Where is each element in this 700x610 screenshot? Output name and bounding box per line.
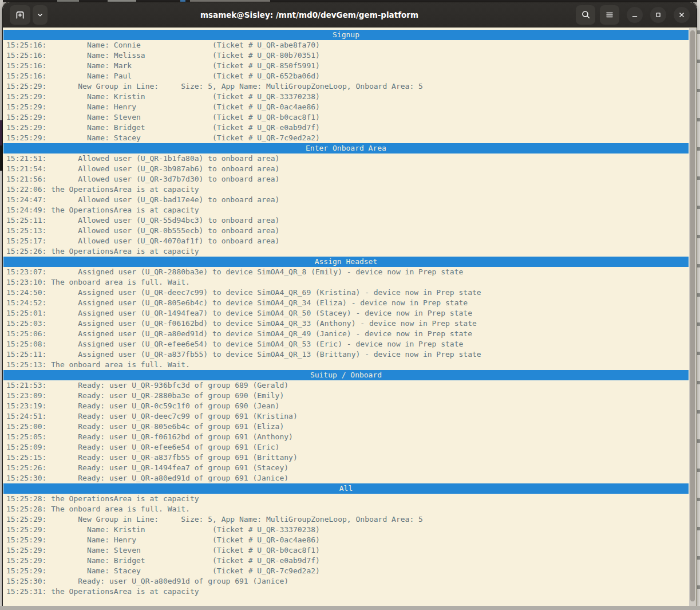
log-line: 15:21:53: Ready: user U_QR-936bfc3d of g… <box>3 380 697 391</box>
new-tab-icon <box>15 10 25 20</box>
titlebar-left-controls <box>10 5 48 25</box>
section-header: Enter Onboard Area <box>3 143 689 154</box>
terminal-window: msamek@Sisley: /mnt/md0/devGem/gem-platf… <box>3 2 697 606</box>
log-line: 15:25:09: Ready: user U_QR-efee6e54 of g… <box>3 442 697 452</box>
log-line: 15:25:08: Assigned user (U_QR-efee6e54) … <box>3 339 697 349</box>
menu-button[interactable] <box>600 5 619 25</box>
background-window-fragment <box>57 0 79 2</box>
hamburger-menu-icon <box>605 10 614 19</box>
close-icon <box>678 11 686 19</box>
log-line: 15:25:29: Name: Kristin (Ticket # U_QR-3… <box>3 525 697 535</box>
titlebar[interactable]: msamek@Sisley: /mnt/md0/devGem/gem-platf… <box>3 2 697 27</box>
log-line: 15:25:29: Name: Kristin (Ticket # U_QR-3… <box>3 92 697 102</box>
log-line: 15:23:07: Assigned user (U_QR-2880ba3e) … <box>3 267 697 277</box>
section-header: Assign Headset <box>3 257 689 267</box>
log-line: 15:25:00: Ready: user U_QR-805e6b4c of g… <box>3 422 697 432</box>
log-line: 15:21:51: Allowed user (U_QR-1b1fa80a) t… <box>3 154 697 164</box>
log-line: 15:25:28: The onboard area is full. Wait… <box>3 504 697 514</box>
log-line: 15:25:28: the OperationsArea is at capac… <box>3 494 697 504</box>
log-line: 15:25:29: Name: Henry (Ticket # U_QR-0ac… <box>3 535 697 545</box>
scrollbar[interactable] <box>689 28 696 606</box>
terminal-body[interactable]: Signup15:25:16: Name: Connie (Ticket # U… <box>3 27 697 606</box>
log-line: 15:25:29: New Group in Line: Size: 5, Ap… <box>3 514 697 525</box>
log-line: 15:23:19: Ready: user U_QR-0c59c1f0 of g… <box>3 401 697 411</box>
log-line: 15:21:54: Allowed user (U_QR-3b987ab6) t… <box>3 164 697 174</box>
log-line: 15:22:06: the OperationsArea is at capac… <box>3 184 697 195</box>
log-line: 15:24:51: Ready: user U_QR-deec7c99 of g… <box>3 411 697 422</box>
background-window-fragment <box>190 0 270 2</box>
log-line: 15:25:16: Name: Mark (Ticket # U_QR-850f… <box>3 61 697 71</box>
log-line: 15:25:16: Name: Paul (Ticket # U_QR-652b… <box>3 71 697 81</box>
log-line: 15:25:15: Ready: user U_QR-a837fb55 of g… <box>3 452 697 463</box>
log-line: 15:23:09: Ready: user U_QR-2880ba3e of g… <box>3 391 697 401</box>
log-line: 15:25:06: Assigned user (U_QR-a80ed91d) … <box>3 329 697 339</box>
log-line: 15:25:29: Name: Stacey (Ticket # U_QR-7c… <box>3 133 697 143</box>
log-line: 15:25:31: the OperationsArea is at capac… <box>3 587 697 597</box>
log-line: 15:25:11: Assigned user (U_QR-a837fb55) … <box>3 349 697 360</box>
background-window-right-sliver <box>697 0 700 610</box>
new-tab-chevron-button[interactable] <box>33 5 48 25</box>
log-line: 15:24:49: the OperationsArea is at capac… <box>3 205 697 215</box>
maximize-icon <box>654 11 662 19</box>
section-header: All <box>3 483 689 494</box>
chevron-down-icon <box>36 11 44 19</box>
new-tab-button[interactable] <box>10 5 30 25</box>
log-line: 15:25:13: The onboard area is full. Wait… <box>3 360 697 370</box>
log-line: 15:25:13: Allowed user (U_QR-0b555ecb) t… <box>3 226 697 236</box>
log-line: 15:23:10: The onboard area is full. Wait… <box>3 277 697 288</box>
log-line: 15:25:30: Ready: user U_QR-a80ed91d of g… <box>3 473 697 483</box>
log-line: 15:25:05: Ready: user U_QR-f06162bd of g… <box>3 432 697 442</box>
close-button[interactable] <box>674 7 690 23</box>
minimize-icon <box>631 11 639 19</box>
section-header: Suitup / Onboard <box>3 370 689 380</box>
desktop-bottom-strip <box>0 606 700 610</box>
log-line: 15:25:17: Allowed user (U_QR-4070af1f) t… <box>3 236 697 246</box>
log-line: 15:25:11: Allowed user (U_QR-55d94bc3) t… <box>3 215 697 226</box>
log-line: 15:25:26: the OperationsArea is at capac… <box>3 246 697 257</box>
log-line: 15:25:29: Name: Stacey (Ticket # U_QR-7c… <box>3 566 697 576</box>
log-line: 15:21:56: Allowed user (U_QR-3d7b7d30) t… <box>3 174 697 184</box>
log-line: 15:25:29: Name: Bridget (Ticket # U_QR-e… <box>3 123 697 133</box>
log-line: 15:24:52: Assigned user (U_QR-805e6b4c) … <box>3 298 697 308</box>
log-line: 15:25:16: Name: Connie (Ticket # U_QR-ab… <box>3 40 697 50</box>
log-line: 15:25:29: Name: Steven (Ticket # U_QR-b0… <box>3 545 697 556</box>
log-line: 15:25:29: New Group in Line: Size: 5, Ap… <box>3 81 697 92</box>
scrollbar-thumb[interactable] <box>690 30 695 601</box>
search-icon <box>581 10 591 19</box>
log-line: 15:25:30: Ready: user U_QR-a80ed91d of g… <box>3 576 697 587</box>
section-header: Signup <box>3 30 689 40</box>
log-line: 15:25:26: Ready: user U_QR-1494fea7 of g… <box>3 463 697 473</box>
log-line: 15:25:29: Name: Bridget (Ticket # U_QR-e… <box>3 556 697 566</box>
log-line: 15:24:47: Allowed user (U_QR-bad17e4e) t… <box>3 195 697 205</box>
log-line: 15:25:16: Name: Melissa (Ticket # U_QR-8… <box>3 50 697 61</box>
log-line: 15:24:50: Assigned user (U_QR-deec7c99) … <box>3 288 697 298</box>
log-line: 15:25:03: Assigned user (U_QR-f06162bd) … <box>3 318 697 329</box>
log-line: 15:25:29: Name: Steven (Ticket # U_QR-b0… <box>3 112 697 123</box>
log-line: 15:25:29: Name: Henry (Ticket # U_QR-0ac… <box>3 102 697 112</box>
window-title: msamek@Sisley: /mnt/md0/devGem/gem-platf… <box>48 10 571 19</box>
log-line: 15:25:01: Assigned user (U_QR-1494fea7) … <box>3 308 697 318</box>
minimize-button[interactable] <box>627 7 643 23</box>
titlebar-right-controls <box>571 5 690 25</box>
maximize-button[interactable] <box>650 7 666 23</box>
search-button[interactable] <box>576 5 595 25</box>
background-window-fragment <box>108 0 136 2</box>
